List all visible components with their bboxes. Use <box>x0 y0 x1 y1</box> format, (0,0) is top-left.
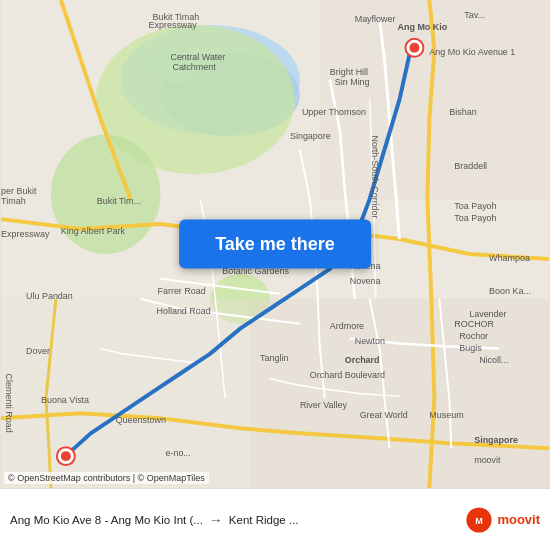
arrow-icon: → <box>209 512 223 528</box>
svg-text:North-South Corridor: North-South Corridor <box>370 135 380 218</box>
svg-text:Orchard Boulevard: Orchard Boulevard <box>310 370 385 380</box>
svg-text:Singapore: Singapore <box>474 435 518 445</box>
svg-text:Bright Hill: Bright Hill <box>330 67 368 77</box>
svg-text:Nicoll...: Nicoll... <box>479 356 508 366</box>
svg-text:Singapore: Singapore <box>290 131 331 141</box>
map-container: Bukit Timah Expressway Central Water Cat… <box>0 0 550 488</box>
svg-text:Holland Road: Holland Road <box>156 306 210 316</box>
svg-point-13 <box>61 451 71 461</box>
svg-rect-9 <box>250 299 549 488</box>
svg-text:Braddell: Braddell <box>454 161 487 171</box>
app: Bukit Timah Expressway Central Water Cat… <box>0 0 550 550</box>
svg-rect-8 <box>1 299 250 488</box>
svg-text:Lavender: Lavender <box>469 309 506 319</box>
svg-text:ROCHOR: ROCHOR <box>454 319 494 329</box>
svg-text:Bishan: Bishan <box>449 107 476 117</box>
destination-text: Kent Ridge ... <box>229 514 299 526</box>
svg-text:Clementi Road: Clementi Road <box>4 373 14 432</box>
svg-text:Buona Vista: Buona Vista <box>41 395 89 405</box>
svg-text:Timah: Timah <box>1 196 26 206</box>
svg-text:Newton: Newton <box>355 336 385 346</box>
svg-text:Tav...: Tav... <box>464 10 485 20</box>
map-attribution: © OpenStreetMap contributors | © OpenMap… <box>4 472 209 484</box>
svg-text:Rochor: Rochor <box>459 331 488 341</box>
route-info: Ang Mo Kio Ave 8 - Ang Mo Kio Int (... →… <box>10 512 457 528</box>
svg-text:Great World: Great World <box>360 410 408 420</box>
svg-text:Boon Ka...: Boon Ka... <box>489 286 531 296</box>
svg-text:River Valley: River Valley <box>300 400 348 410</box>
svg-text:per Bukit: per Bukit <box>1 186 37 196</box>
svg-text:Upper Thomson: Upper Thomson <box>302 107 366 117</box>
svg-text:Ang Mo Kio: Ang Mo Kio <box>397 22 447 32</box>
origin-text: Ang Mo Kio Ave 8 - Ang Mo Kio Int (... <box>10 514 203 526</box>
take-me-there-button[interactable]: Take me there <box>179 220 371 269</box>
svg-point-11 <box>409 43 419 53</box>
svg-text:Ardmore: Ardmore <box>330 321 364 331</box>
svg-text:Museum: Museum <box>429 410 463 420</box>
svg-text:Ulu Pandan: Ulu Pandan <box>26 291 73 301</box>
svg-text:Farrer Road: Farrer Road <box>157 286 205 296</box>
svg-text:Toa Payoh: Toa Payoh <box>454 201 496 211</box>
svg-text:Whampoa: Whampoa <box>489 253 530 263</box>
svg-text:King Albert Park: King Albert Park <box>61 226 126 236</box>
svg-text:Orchard: Orchard <box>345 356 380 366</box>
svg-text:Expressway: Expressway <box>1 229 50 239</box>
svg-text:Queenstown: Queenstown <box>116 415 166 425</box>
svg-text:Novena: Novena <box>350 276 381 286</box>
svg-text:Sin Ming: Sin Ming <box>335 77 370 87</box>
svg-text:Central Water: Central Water <box>170 52 225 62</box>
moovit-icon-svg: M <box>465 506 493 534</box>
svg-text:moovit: moovit <box>474 455 501 465</box>
svg-text:e-no...: e-no... <box>165 448 190 458</box>
svg-text:M: M <box>476 516 484 526</box>
svg-text:Expressway: Expressway <box>149 20 198 30</box>
svg-text:Bugis: Bugis <box>459 343 482 353</box>
moovit-label: moovit <box>497 512 540 527</box>
bottom-bar: Ang Mo Kio Ave 8 - Ang Mo Kio Int (... →… <box>0 488 550 550</box>
moovit-logo: M moovit <box>465 506 540 534</box>
svg-text:Bukit Tim...: Bukit Tim... <box>97 196 141 206</box>
svg-text:Catchment: Catchment <box>172 62 216 72</box>
svg-text:Ang Mo Kio Avenue 1: Ang Mo Kio Avenue 1 <box>429 47 515 57</box>
svg-text:Toa Payoh: Toa Payoh <box>454 213 496 223</box>
svg-text:Tanglin: Tanglin <box>260 353 288 363</box>
svg-text:Dover: Dover <box>26 346 50 356</box>
svg-text:Mayflower: Mayflower <box>355 14 396 24</box>
